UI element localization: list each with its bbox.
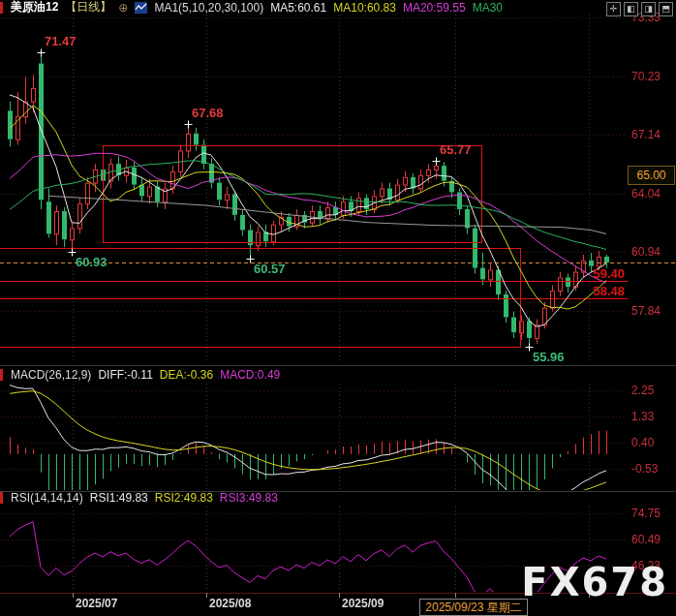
chart-canvas[interactable] (0, 0, 676, 616)
crosshair-icon[interactable]: ✛ (606, 2, 621, 16)
ma10-value: MA10:60.83 (333, 1, 396, 15)
diff-value: DIFF:-0.11 (98, 368, 152, 382)
dea-value: DEA:-0.36 (160, 368, 213, 382)
panel-marker-bar (0, 2, 3, 14)
macd-value: MACD:0.49 (220, 368, 280, 382)
ma30-value: MA30 (473, 1, 503, 15)
selected-date-box[interactable]: 2025/09/23 星期二 (419, 599, 528, 616)
symbol-name[interactable]: 美原油12 (11, 0, 58, 15)
panel-marker-bar (0, 492, 3, 504)
period-label[interactable]: 【日线】 (65, 0, 111, 15)
ma-settings-label[interactable]: MA1(5,10,20,30,100) (154, 1, 263, 15)
panel-marker-bar (0, 369, 3, 381)
rsi2-value: RSI2:49.83 (155, 491, 213, 505)
trading-app-window: { "header": { "symbol": "美原油12", "period… (0, 0, 676, 616)
ma5-value: MA5:60.61 (270, 1, 326, 15)
rsi1-value: RSI1:49.83 (90, 491, 148, 505)
indicator-chart-icon[interactable] (135, 2, 147, 14)
macd-title[interactable]: MACD(26,12,9) (11, 368, 91, 382)
rsi-title[interactable]: RSI(14,14,14) (11, 491, 83, 505)
watermark-logo: FX678 (521, 560, 668, 604)
main-chart-header: 美原油12 【日线】 ⊕ MA1(5,10,20,30,100) MA5:60.… (0, 0, 503, 15)
window-toolbar: ✛ ◧ ◨ ⬒ (606, 2, 673, 16)
rsi-panel-header: RSI(14,14,14) RSI1:49.83 RSI2:49.83 RSI3… (0, 490, 278, 505)
pane-right-icon[interactable]: ◨ (641, 2, 656, 16)
macd-panel-header: MACD(26,12,9) DIFF:-0.11 DEA:-0.36 MACD:… (0, 367, 280, 382)
circle-plus-icon[interactable]: ⊕ (118, 1, 128, 15)
rsi3-value: RSI3:49.83 (220, 491, 278, 505)
pane-left-icon[interactable]: ◧ (624, 2, 638, 16)
pane-expand-icon[interactable]: ⬒ (659, 2, 673, 16)
ma20-value: MA20:59.55 (403, 1, 466, 15)
